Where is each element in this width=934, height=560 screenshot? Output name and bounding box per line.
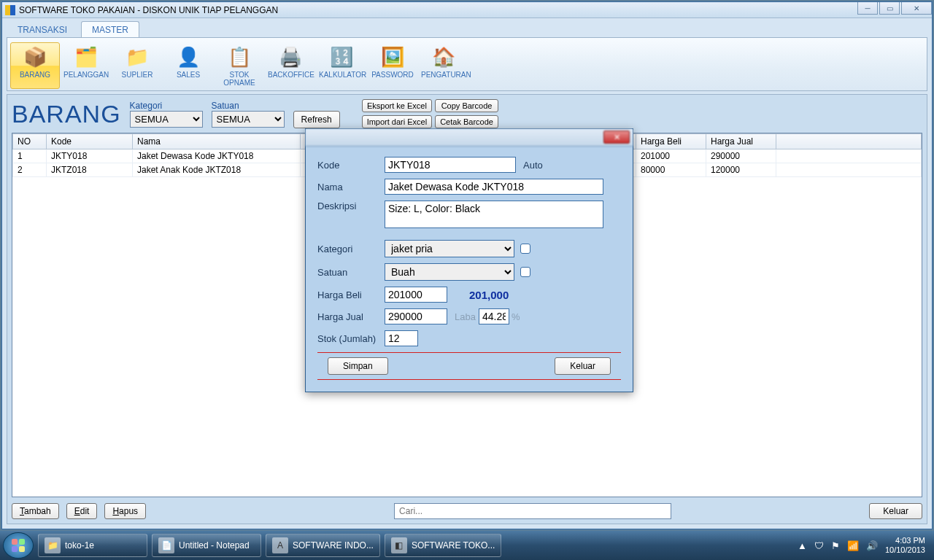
close-button[interactable]: ✕ bbox=[901, 2, 932, 15]
sales-icon: 👤 bbox=[166, 44, 211, 69]
table-cell: 1 bbox=[13, 149, 47, 163]
backoffice-icon: 🖨️ bbox=[268, 44, 313, 69]
tray-network-icon[interactable]: 📶 bbox=[847, 540, 859, 551]
taskbar-label: Untitled - Notepad bbox=[179, 540, 250, 551]
hapus-button[interactable]: Hapus bbox=[104, 503, 146, 519]
window-title: SOFTWARE TOKO PAKAIAN - DISKON UNIK TIAP… bbox=[19, 5, 278, 15]
simpan-button[interactable]: Simpan bbox=[328, 357, 388, 375]
refresh-button[interactable]: Refresh bbox=[293, 111, 340, 128]
filter-kategori: Kategori SEMUA bbox=[130, 101, 203, 128]
kategori-select-modal[interactable]: jaket pria bbox=[385, 240, 514, 257]
taskbar-item[interactable]: 📁toko-1e bbox=[38, 534, 147, 557]
column-header[interactable] bbox=[776, 134, 922, 149]
kode-input[interactable] bbox=[385, 157, 516, 173]
ribbon-toolbar: 📦BARANG🗂️PELANGGAN📁SUPLIER👤SALES📋STOK OP… bbox=[7, 37, 927, 91]
column-header[interactable]: Harga Beli bbox=[636, 134, 706, 149]
stok-input[interactable] bbox=[385, 330, 418, 346]
keluar-button[interactable]: Keluar bbox=[869, 503, 922, 519]
taskbar-item[interactable]: ◧SOFTWARE TOKO... bbox=[385, 534, 501, 557]
modal-close-button[interactable]: ✕ bbox=[603, 131, 630, 144]
ribbon-item-suplier[interactable]: 📁SUPLIER bbox=[112, 42, 162, 89]
system-tray[interactable]: ▲ 🛡 ⚑ 📶 🔊 4:03 PM 10/10/2013 bbox=[798, 536, 931, 555]
column-header[interactable]: Harga Jual bbox=[706, 134, 776, 149]
kategori-addon-button[interactable] bbox=[520, 244, 530, 254]
ribbon-item-stok-opname[interactable]: 📋STOK OPNAME bbox=[215, 42, 264, 89]
page-title: BARANG bbox=[12, 100, 121, 128]
column-header[interactable]: Nama bbox=[133, 134, 301, 149]
action-buttons: Eksport ke Excel Copy Barcode Import dar… bbox=[362, 99, 498, 128]
modal-titlebar[interactable]: ✕ bbox=[306, 129, 633, 147]
column-header[interactable]: Kode bbox=[47, 134, 133, 149]
clock[interactable]: 4:03 PM 10/10/2013 bbox=[885, 536, 925, 555]
taskbar-app-icon: ◧ bbox=[391, 537, 407, 553]
harga-jual-label: Harga Jual bbox=[317, 311, 385, 322]
satuan-label: Satuan bbox=[317, 267, 385, 278]
maximize-button[interactable]: ▭ bbox=[879, 2, 900, 15]
ribbon-label: KALKULATOR bbox=[319, 71, 364, 79]
ribbon-item-pelanggan[interactable]: 🗂️PELANGGAN bbox=[61, 42, 111, 89]
deskripsi-input[interactable]: Size: L, Color: Black bbox=[385, 201, 603, 228]
app-icon bbox=[5, 5, 15, 15]
harga-beli-formatted: 201,000 bbox=[469, 289, 509, 301]
divider bbox=[317, 352, 621, 353]
ribbon-item-pengaturan[interactable]: 🏠PENGATURAN bbox=[419, 42, 468, 89]
import-button[interactable]: Import dari Excel bbox=[362, 115, 433, 128]
svg-rect-0 bbox=[5, 5, 10, 15]
laba-label: Laba bbox=[455, 311, 476, 322]
ribbon-item-sales[interactable]: 👤SALES bbox=[163, 42, 213, 89]
titlebar: SOFTWARE TOKO PAKAIAN - DISKON UNIK TIAP… bbox=[2, 2, 932, 18]
barang-icon: 📦 bbox=[12, 44, 58, 69]
password-icon: 🖼️ bbox=[370, 44, 415, 69]
satuan-addon-button[interactable] bbox=[520, 267, 530, 277]
taskbar-item[interactable]: 📄Untitled - Notepad bbox=[152, 534, 261, 557]
laba-suffix: % bbox=[512, 311, 520, 322]
edit-button[interactable]: Edit bbox=[66, 503, 98, 519]
taskbar-label: toko-1e bbox=[65, 540, 94, 551]
tray-chevron-icon[interactable]: ▲ bbox=[798, 540, 807, 551]
edit-modal: ✕ Kode Auto Nama Deskripsi Size: L, Colo… bbox=[305, 128, 633, 392]
tray-flag-icon[interactable]: ⚑ bbox=[831, 540, 840, 551]
page-header: BARANG Kategori SEMUA Satuan SEMUA Refre… bbox=[12, 99, 922, 128]
ribbon-item-password[interactable]: 🖼️PASSWORD bbox=[368, 42, 417, 89]
satuan-select[interactable]: SEMUA bbox=[212, 111, 285, 128]
kategori-filter-label: Kategori bbox=[130, 101, 203, 111]
kalkulator-icon: 🔢 bbox=[319, 44, 364, 69]
minimize-button[interactable]: ─ bbox=[857, 2, 878, 15]
taskbar-item[interactable]: ASOFTWARE INDO... bbox=[266, 534, 380, 557]
ribbon-label: PENGATURAN bbox=[421, 71, 466, 79]
window-controls: ─ ▭ ✕ bbox=[856, 2, 932, 15]
table-cell bbox=[776, 149, 922, 163]
eksport-button[interactable]: Eksport ke Excel bbox=[362, 99, 433, 112]
cetak-barcode-button[interactable]: Cetak Barcode bbox=[435, 115, 498, 128]
harga-jual-input[interactable] bbox=[385, 308, 447, 324]
modal-keluar-button[interactable]: Keluar bbox=[555, 357, 611, 375]
ribbon-label: STOK OPNAME bbox=[217, 71, 262, 87]
taskbar: 📁toko-1e📄Untitled - NotepadASOFTWARE IND… bbox=[0, 531, 934, 560]
copy-barcode-button[interactable]: Copy Barcode bbox=[435, 99, 498, 112]
table-cell: 80000 bbox=[636, 163, 706, 177]
kategori-select[interactable]: SEMUA bbox=[130, 111, 203, 128]
tray-shield-icon[interactable]: 🛡 bbox=[814, 540, 824, 551]
harga-beli-input[interactable] bbox=[385, 287, 447, 303]
ribbon-item-barang[interactable]: 📦BARANG bbox=[10, 42, 60, 89]
table-cell: JKTZ018 bbox=[47, 163, 133, 177]
kategori-label: Kategori bbox=[317, 244, 385, 254]
pelanggan-icon: 🗂️ bbox=[63, 44, 109, 69]
tray-volume-icon[interactable]: 🔊 bbox=[866, 540, 878, 551]
stok-opname-icon: 📋 bbox=[217, 44, 262, 69]
start-button[interactable] bbox=[3, 532, 34, 559]
tab-transaksi[interactable]: TRANSAKSI bbox=[7, 21, 78, 37]
search-input[interactable] bbox=[394, 503, 671, 519]
ribbon-item-kalkulator[interactable]: 🔢KALKULATOR bbox=[317, 42, 366, 89]
column-header[interactable]: NO bbox=[13, 134, 47, 149]
tambah-button[interactable]: Tambah bbox=[12, 503, 59, 519]
satuan-select-modal[interactable]: Buah bbox=[385, 263, 514, 281]
laba-input[interactable] bbox=[479, 308, 509, 324]
nama-input[interactable] bbox=[385, 179, 603, 195]
satuan-filter-label: Satuan bbox=[212, 101, 285, 111]
taskbar-app-icon: 📁 bbox=[45, 537, 61, 553]
tab-master[interactable]: MASTER bbox=[81, 21, 139, 37]
ribbon-item-backoffice[interactable]: 🖨️BACKOFFICE bbox=[266, 42, 315, 89]
stok-label: Stok (Jumlah) bbox=[317, 333, 385, 344]
auto-label: Auto bbox=[523, 160, 543, 171]
